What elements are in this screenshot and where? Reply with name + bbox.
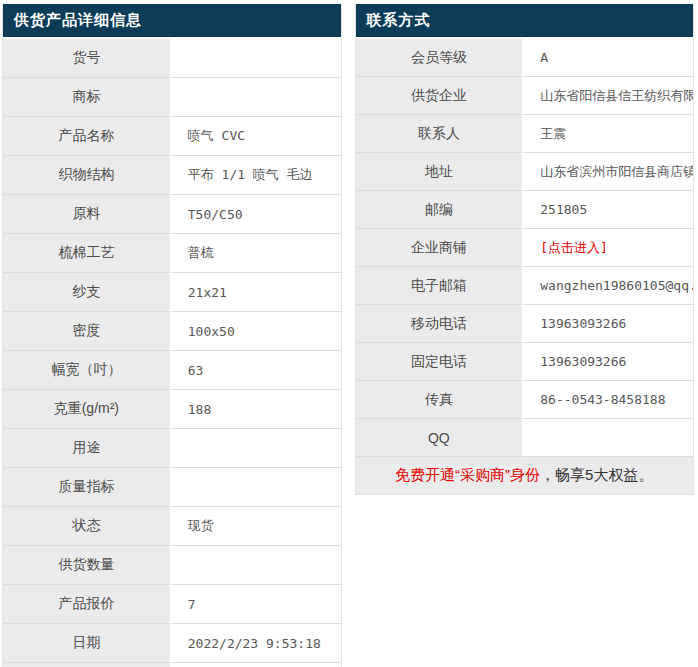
row-label: 质量指标 xyxy=(3,468,172,507)
row-value: 普梳 xyxy=(172,234,341,273)
table-row: 供货企业 山东省阳信县信王纺织有限公司 xyxy=(356,77,694,115)
row-label: 密度 xyxy=(3,312,172,351)
row-value: 7 xyxy=(172,585,341,624)
row-label: 备注 xyxy=(3,663,172,667)
row-value: 喷气 CVC xyxy=(172,117,341,156)
row-label: 移动电话 xyxy=(356,305,525,343)
row-label: 供货数量 xyxy=(3,546,172,585)
promo-row: 免费开通“采购商”身份，畅享5大权益。 xyxy=(356,457,694,494)
row-value: A xyxy=(524,39,693,77)
table-row: 克重(g/m²) 188 xyxy=(3,390,341,429)
shop-enter-link[interactable]: [点击进入] xyxy=(524,229,693,267)
contact-info-rows: 会员等级 A 供货企业 山东省阳信县信王纺织有限公司 联系人 王震 地址 山东省… xyxy=(356,39,694,457)
row-label: 供货企业 xyxy=(356,77,525,115)
row-label: 电子邮箱 xyxy=(356,267,525,305)
table-row: QQ xyxy=(356,419,694,457)
row-label: 产品报价 xyxy=(3,585,172,624)
promo-rest-text: ，畅享5大权益。 xyxy=(540,466,653,483)
promo-cell: 免费开通“采购商”身份，畅享5大权益。 xyxy=(356,457,694,494)
row-value: 100x50 xyxy=(172,312,341,351)
panel-title-row: 联系方式 xyxy=(356,4,694,39)
table-row: 织物结构 平布 1/1 喷气 毛边 xyxy=(3,156,341,195)
row-label: 织物结构 xyxy=(3,156,172,195)
row-value: 63 xyxy=(172,351,341,390)
table-row: 产品报价 7 xyxy=(3,585,341,624)
row-value: 188 xyxy=(172,390,341,429)
row-label: 会员等级 xyxy=(356,39,525,77)
row-value: 平布 1/1 喷气 毛边 xyxy=(172,156,341,195)
table-row: 传真 86--0543-8458188 xyxy=(356,381,694,419)
table-row: 供货数量 xyxy=(3,546,341,585)
table-row: 用途 xyxy=(3,429,341,468)
row-value: 现货 xyxy=(172,507,341,546)
contact-info-table: 联系方式 会员等级 A 供货企业 山东省阳信县信王纺织有限公司 联系人 王震 地… xyxy=(355,4,695,495)
row-label: 状态 xyxy=(3,507,172,546)
row-value: 13963093266 xyxy=(524,343,693,381)
table-row: 联系人 王震 xyxy=(356,115,694,153)
row-value: 山东省阳信县信王纺织有限公司 xyxy=(524,77,693,115)
table-row: 企业商铺 [点击进入] xyxy=(356,229,694,267)
row-value: 王震 xyxy=(524,115,693,153)
row-label: 克重(g/m²) xyxy=(3,390,172,429)
table-row: 备注 染色漂白印花 喷汽坯万能坯 毛边 大化 xyxy=(3,663,341,667)
row-value: 染色漂白印花 喷汽坯万能坯 毛边 大化 xyxy=(172,663,341,667)
promo-section: 免费开通“采购商”身份，畅享5大权益。 xyxy=(356,457,694,494)
row-label: 幅宽（吋） xyxy=(3,351,172,390)
table-row: 邮编 251805 xyxy=(356,191,694,229)
row-value xyxy=(172,468,341,507)
panel-title-row: 供货产品详细信息 xyxy=(3,4,341,39)
table-row: 会员等级 A xyxy=(356,39,694,77)
row-value: 13963093266 xyxy=(524,305,693,343)
row-label: 地址 xyxy=(356,153,525,191)
row-value: 21x21 xyxy=(172,273,341,312)
row-label: 商标 xyxy=(3,78,172,117)
row-label: 产品名称 xyxy=(3,117,172,156)
page: 供货产品详细信息 货号 商标 产品名称 喷气 CVC 织物结构 平布 1/1 喷… xyxy=(0,0,698,667)
contact-info-header: 联系方式 xyxy=(356,4,694,39)
row-value: wangzhen19860105@qq.com xyxy=(524,267,693,305)
table-row: 固定电话 13963093266 xyxy=(356,343,694,381)
table-row: 状态 现货 xyxy=(3,507,341,546)
table-row: 纱支 21x21 xyxy=(3,273,341,312)
row-label: 原料 xyxy=(3,195,172,234)
contact-info-title: 联系方式 xyxy=(356,4,694,39)
row-label: 固定电话 xyxy=(356,343,525,381)
row-label: 联系人 xyxy=(356,115,525,153)
table-row: 商标 xyxy=(3,78,341,117)
product-info-header: 供货产品详细信息 xyxy=(3,4,341,39)
row-value: 山东省滨州市阳信县商店镇 xyxy=(524,153,693,191)
product-info-table: 供货产品详细信息 货号 商标 产品名称 喷气 CVC 织物结构 平布 1/1 喷… xyxy=(2,4,342,667)
row-label: 纱支 xyxy=(3,273,172,312)
row-value xyxy=(172,39,341,78)
row-value xyxy=(172,78,341,117)
row-label: 邮编 xyxy=(356,191,525,229)
row-label: 用途 xyxy=(3,429,172,468)
row-label: 企业商铺 xyxy=(356,229,525,267)
row-label: 梳棉工艺 xyxy=(3,234,172,273)
two-column-layout: 供货产品详细信息 货号 商标 产品名称 喷气 CVC 织物结构 平布 1/1 喷… xyxy=(2,4,694,667)
table-row: 密度 100x50 xyxy=(3,312,341,351)
row-label: QQ xyxy=(356,419,525,457)
buyer-signup-link[interactable]: 免费开通“采购商”身份 xyxy=(395,466,540,483)
product-info-title: 供货产品详细信息 xyxy=(3,4,341,39)
table-row: 电子邮箱 wangzhen19860105@qq.com xyxy=(356,267,694,305)
table-row: 幅宽（吋） 63 xyxy=(3,351,341,390)
row-value xyxy=(172,429,341,468)
table-row: 日期 2022/2/23 9:53:18 xyxy=(3,624,341,663)
table-row: 地址 山东省滨州市阳信县商店镇 xyxy=(356,153,694,191)
table-row: 质量指标 xyxy=(3,468,341,507)
row-value: 86--0543-8458188 xyxy=(524,381,693,419)
table-row: 货号 xyxy=(3,39,341,78)
row-label: 传真 xyxy=(356,381,525,419)
row-value: 2022/2/23 9:53:18 xyxy=(172,624,341,663)
row-label: 日期 xyxy=(3,624,172,663)
table-row: 产品名称 喷气 CVC xyxy=(3,117,341,156)
table-row: 原料 T50/C50 xyxy=(3,195,341,234)
row-label: 货号 xyxy=(3,39,172,78)
table-row: 梳棉工艺 普梳 xyxy=(3,234,341,273)
row-value: T50/C50 xyxy=(172,195,341,234)
row-value xyxy=(172,546,341,585)
table-row: 移动电话 13963093266 xyxy=(356,305,694,343)
row-value: 251805 xyxy=(524,191,693,229)
product-info-rows: 货号 商标 产品名称 喷气 CVC 织物结构 平布 1/1 喷气 毛边 原料 T… xyxy=(3,39,341,667)
